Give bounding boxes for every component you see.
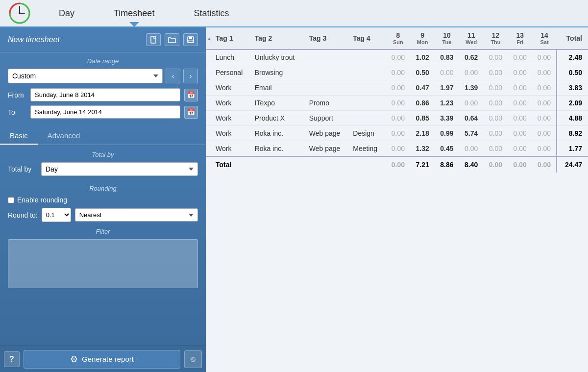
cell-day-3: 1.39 [459,80,484,96]
footer-day-3: 8.40 [459,156,484,173]
cell-day-4: 0.00 [484,141,508,157]
svg-rect-6 [189,37,192,39]
clock-icon [9,2,30,24]
footer-day-0: 0.00 [386,156,411,173]
tab-advanced[interactable]: Advanced [38,127,90,145]
cell-day-1: 1.32 [410,141,435,157]
col-day-11: 11 Wed [459,27,484,50]
cell-day-1: 1.02 [410,50,435,65]
round-method-select[interactable]: Nearest Up Down [75,208,198,222]
cell-day-2: 0.99 [435,126,459,141]
open-file-button[interactable] [165,33,179,46]
col-day-9: 9 Mon [410,27,435,50]
cell-day-3: 0.00 [459,65,484,80]
table-row: WorkRoka inc.Web pageDesign0.002.180.995… [206,126,588,141]
footer-day-4: 0.00 [484,156,508,173]
round-value-select[interactable]: 0.1 0.25 0.5 1 [42,208,71,222]
cell-day-6: 0.00 [532,65,557,80]
rounding-inputs-row: Round to: 0.1 0.25 0.5 1 Nearest Up Down [8,208,198,222]
cell-tag2: Product X [252,111,306,126]
cell-tag2: ITexpo [252,96,306,111]
cell-day-6: 0.00 [532,141,557,157]
cell-day-1: 2.18 [410,126,435,141]
cell-day-6: 0.00 [532,80,557,96]
total-by-select[interactable]: Day Week Month [41,162,198,176]
right-area: ▲ Tag 1 Tag 2 Tag 3 Tag 4 8 Sun 9 Mon [206,27,588,372]
new-file-button[interactable] [146,33,161,46]
enable-rounding-checkbox[interactable] [8,197,14,203]
footer-row: Total0.007.218.868.400.000.000.0024.47 [206,156,588,173]
export-button[interactable]: ⎋ [184,350,202,368]
nav-tab-statistics[interactable]: Statistics [174,0,248,27]
cell-day-0: 0.00 [386,126,411,141]
cell-day-5: 0.00 [508,126,532,141]
cell-day-1: 0.86 [410,96,435,111]
col-day-10: 10 Tue [435,27,459,50]
from-label: From [8,91,26,99]
next-range-button[interactable]: › [183,69,198,83]
col-day-14: 14 Sat [532,27,557,50]
total-by-section-label: Total by [8,151,198,158]
cell-day-0: 0.00 [386,65,411,80]
generate-report-button[interactable]: ⚙ Generate report [24,350,180,369]
cell-tag1: Work [213,141,252,157]
cell-day-4: 0.00 [484,126,508,141]
nav-tab-timesheet[interactable]: Timesheet [94,0,174,27]
filter-textarea[interactable] [8,239,198,288]
cell-day-6: 0.00 [532,126,557,141]
cell-day-2: 0.00 [435,65,459,80]
cell-day-1: 0.47 [410,80,435,96]
cell-day-2: 3.39 [435,111,459,126]
gear-icon: ⚙ [70,354,78,365]
to-label: To [8,108,26,116]
date-range-select[interactable]: Custom This week Last week This month La… [8,69,163,83]
from-date-input[interactable] [30,88,180,101]
bottom-bar: ? ⚙ Generate report ⎋ [0,346,206,372]
cell-tag4 [350,96,386,111]
prev-range-button[interactable]: ‹ [166,69,180,83]
cell-day-4: 0.00 [484,65,508,80]
cell-day-5: 0.00 [508,141,532,157]
nav-tab-day[interactable]: Day [39,0,94,27]
save-file-button[interactable] [183,33,198,46]
cell-tag3: Promo [306,96,350,111]
cell-tag2: Roka inc. [252,126,306,141]
cell-tag1: Work [213,96,252,111]
cell-day-3: 5.74 [459,126,484,141]
logo-area [0,0,39,27]
cell-tag3: Web page [306,141,350,157]
cell-total: 4.88 [557,111,588,126]
table-row: WorkRoka inc.Web pageMeeting0.001.320.45… [206,141,588,157]
col-tag1: Tag 1 [213,27,252,50]
cell-tag3: Support [306,111,350,126]
cell-tag1: Work [213,111,252,126]
cell-day-6: 0.00 [532,96,557,111]
cell-tag2: Browsing [252,65,306,80]
cell-total: 8.92 [557,126,588,141]
footer-day-6: 0.00 [532,156,557,173]
export-icon: ⎋ [191,355,196,364]
to-date-input[interactable] [30,105,180,119]
table-header-row: ▲ Tag 1 Tag 2 Tag 3 Tag 4 8 Sun 9 Mon [206,27,588,50]
cell-tag1: Personal [213,65,252,80]
from-date-row: From 📅 [8,88,198,101]
table-footer: Total0.007.218.868.400.000.000.0024.47 [206,156,588,173]
table-body: LunchUnlucky trout0.001.020.830.620.000.… [206,50,588,156]
cell-day-4: 0.00 [484,111,508,126]
from-calendar-button[interactable]: 📅 [184,89,198,101]
to-calendar-button[interactable]: 📅 [184,106,198,119]
cell-total: 2.09 [557,96,588,111]
header-icons [146,33,198,46]
rounding-section-label: Rounding [8,185,198,192]
cell-total: 0.50 [557,65,588,80]
tab-basic[interactable]: Basic [0,127,38,145]
footer-day-2: 8.86 [435,156,459,173]
top-nav-bar: Day Timesheet Statistics [0,0,588,27]
to-date-row: To 📅 [8,105,198,119]
nav-tabs: Day Timesheet Statistics [39,0,588,26]
help-button[interactable]: ? [4,351,20,367]
cell-day-2: 0.45 [435,141,459,157]
cell-day-3: 0.00 [459,141,484,157]
col-total: Total [557,27,588,50]
col-tag3: Tag 3 [306,27,350,50]
